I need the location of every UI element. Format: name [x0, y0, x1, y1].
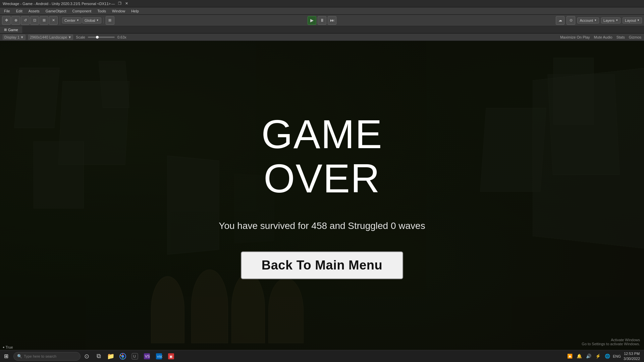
game-tab[interactable]: ⊞ Game: [0, 26, 22, 33]
restore-button[interactable]: ❐: [117, 1, 122, 6]
transform-tools: ✥ ⊕ ↺ ⊡ ⊞ ✕: [2, 16, 60, 25]
resolution-label: 2960x1440 Landscape: [30, 35, 67, 39]
display-dropdown-arrow: ▼: [20, 35, 24, 39]
cortana-icon[interactable]: ⊙: [81, 351, 92, 362]
stats[interactable]: Stats: [616, 35, 625, 39]
title-bar-title: Wreckage - Game - Android - Unity 2020.3…: [3, 2, 111, 6]
search-input[interactable]: [24, 354, 76, 358]
start-button[interactable]: ⊞: [0, 350, 12, 362]
tool-hand[interactable]: ✥: [2, 16, 11, 25]
tool-move[interactable]: ⊕: [11, 16, 20, 25]
global-dropdown[interactable]: Global ▼: [82, 17, 101, 23]
menu-component[interactable]: Component: [69, 8, 94, 14]
layers-label: Layers: [603, 18, 614, 22]
app-icon-6[interactable]: ▣: [166, 351, 176, 362]
account-arrow: ▼: [594, 19, 597, 22]
svg-text:VSC: VSC: [157, 355, 162, 358]
task-view-icon[interactable]: ⧉: [93, 351, 104, 362]
mute-audio[interactable]: Mute Audio: [594, 35, 612, 39]
display-label: Display 1: [4, 35, 19, 39]
play-button[interactable]: ▶: [308, 16, 316, 25]
scale-thumb: [96, 36, 99, 39]
keyboard-lang: ENG: [613, 354, 621, 358]
chrome-icon[interactable]: [117, 351, 128, 362]
scale-label: Scale: [76, 35, 85, 39]
tool-rotate[interactable]: ↺: [21, 16, 30, 25]
activate-windows-line2: Go to Settings to activate Windows.: [582, 342, 640, 346]
pivot-tools: Center ▼ Global ▼: [62, 17, 104, 23]
game-tab-label: Game: [8, 28, 18, 32]
tool-scale[interactable]: ⊡: [30, 16, 39, 25]
grid-button[interactable]: ⊞: [106, 16, 114, 25]
game-over-line2: OVER: [261, 156, 382, 200]
taskbar-search[interactable]: 🔍: [13, 352, 80, 361]
game-viewport: GAME OVER You have survived for 458 and …: [0, 41, 644, 350]
center-dropdown[interactable]: Center ▼: [62, 17, 82, 23]
layers-dropdown[interactable]: Layers ▼: [601, 17, 621, 23]
game-over-title: GAME OVER: [261, 112, 382, 200]
file-explorer-icon[interactable]: 📁: [105, 351, 116, 362]
svg-text:▣: ▣: [169, 355, 172, 358]
activate-windows-watermark[interactable]: Activate Windows Go to Settings to activ…: [582, 338, 640, 346]
taskbar-right: 🔼 🔔 🔊 ⚡ 🌐 ENG 12:53 PM 3/30/2022: [566, 351, 644, 361]
layout-arrow: ▼: [637, 19, 640, 22]
display-dropdown[interactable]: Display 1 ▼: [3, 35, 25, 40]
menu-tools[interactable]: Tools: [95, 8, 109, 14]
gizmos[interactable]: Gizmos: [629, 35, 641, 39]
show-hidden-icons[interactable]: 🔼: [566, 352, 574, 360]
game-tab-icon: ⊞: [4, 28, 7, 32]
tab-bar: ⊞ Game: [0, 26, 644, 34]
account-dropdown[interactable]: Account ▼: [577, 17, 599, 23]
collab-button[interactable]: ⊙: [567, 16, 575, 25]
game-over-line1: GAME: [261, 112, 382, 156]
visual-studio-icon[interactable]: VS: [142, 351, 152, 362]
system-clock[interactable]: 12:53 PM 3/30/2022: [622, 351, 641, 361]
vs-code-icon[interactable]: VSC: [154, 351, 164, 362]
scale-slider[interactable]: [88, 37, 115, 38]
svg-point-1: [121, 355, 124, 358]
menu-gameobject[interactable]: GameObject: [43, 8, 69, 14]
power-icon[interactable]: ⚡: [594, 352, 602, 360]
display-bar: Display 1 ▼ 2960x1440 Landscape ▼ Scale …: [0, 34, 644, 41]
network-icon[interactable]: 🌐: [603, 352, 611, 360]
layout-dropdown[interactable]: Layout ▼: [623, 17, 642, 23]
minimize-button[interactable]: —: [111, 1, 115, 6]
maximize-on-play[interactable]: Maximize On Play: [560, 35, 590, 39]
step-button[interactable]: ⏭: [328, 16, 336, 25]
clock-time: 12:53 PM: [624, 351, 640, 356]
survival-text: You have survived for 458 and Struggled …: [219, 221, 425, 231]
menu-help[interactable]: Help: [128, 8, 142, 14]
center-arrow: ▼: [76, 19, 79, 22]
menu-assets[interactable]: Assets: [26, 8, 42, 14]
search-icon: 🔍: [17, 354, 22, 359]
pause-button[interactable]: ⏸: [318, 16, 326, 25]
global-label: Global: [85, 18, 95, 22]
true-label: ● True: [3, 345, 13, 349]
activate-windows-line1: Activate Windows: [582, 338, 640, 342]
menu-file[interactable]: File: [1, 8, 13, 14]
layout-label: Layout: [625, 18, 636, 22]
tool-rect[interactable]: ⊞: [40, 16, 48, 25]
play-controls: ▶ ⏸ ⏭: [308, 16, 336, 25]
volume-icon[interactable]: 🔊: [585, 352, 593, 360]
cloud-button[interactable]: ☁: [556, 16, 565, 25]
back-to-main-menu-button[interactable]: Back To Main Menu: [241, 251, 403, 279]
resolution-arrow: ▼: [68, 35, 71, 39]
unity-hub-icon[interactable]: U: [129, 351, 140, 362]
tool-transform[interactable]: ✕: [49, 16, 58, 25]
clock-date: 3/30/2022: [624, 356, 640, 361]
svg-text:U: U: [133, 354, 136, 358]
global-arrow: ▼: [96, 19, 99, 22]
notification-icon[interactable]: 🔔: [575, 352, 583, 360]
resolution-dropdown[interactable]: 2960x1440 Landscape ▼: [28, 35, 73, 40]
svg-text:VS: VS: [145, 354, 150, 358]
title-bar: Wreckage - Game - Android - Unity 2020.3…: [0, 0, 644, 7]
menu-edit[interactable]: Edit: [13, 8, 25, 14]
account-label: Account: [580, 18, 593, 22]
close-button[interactable]: ✕: [124, 1, 129, 6]
center-label: Center: [64, 18, 75, 22]
layers-arrow: ▼: [615, 19, 618, 22]
title-bar-controls: — ❐ ✕: [111, 1, 129, 6]
toolbar-right: ☁ ⊙ Account ▼ Layers ▼ Layout ▼: [556, 16, 642, 25]
menu-window[interactable]: Window: [109, 8, 128, 14]
